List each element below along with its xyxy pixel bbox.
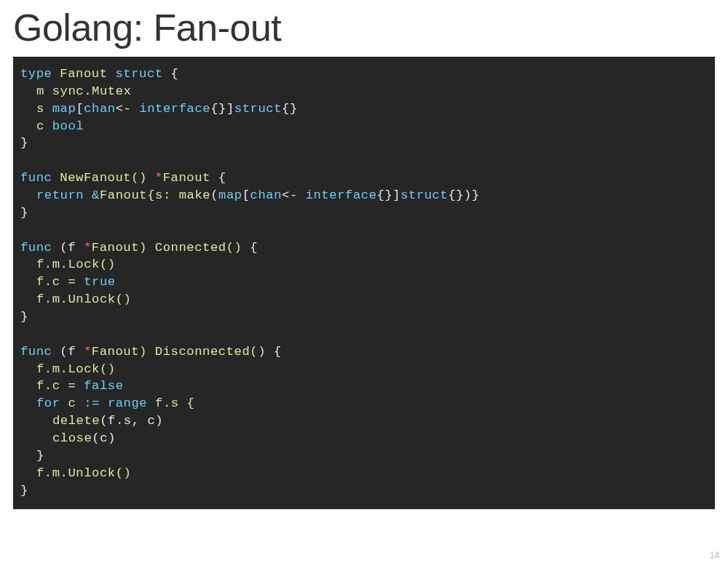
keyword-func: func	[20, 345, 52, 359]
brace-close: }	[20, 310, 28, 324]
brace-open: {	[218, 171, 226, 185]
keyword-func: func	[20, 241, 52, 255]
statement: f.c =	[36, 379, 84, 393]
statement: f.m.Lock()	[20, 361, 116, 378]
brace-close: }	[20, 136, 28, 150]
brace-open: {	[163, 67, 179, 81]
expr: f.s {	[147, 396, 194, 410]
braces: {}]	[210, 102, 234, 116]
brace-open: {	[250, 241, 258, 255]
func-name: Connected()	[155, 241, 250, 255]
keyword-func: func	[20, 171, 52, 185]
statement: f.c =	[36, 275, 84, 289]
keyword-chan: chan	[84, 102, 115, 116]
keyword-type: type	[20, 67, 52, 81]
struct-name: Fanout	[52, 67, 115, 81]
brace-close: }	[20, 206, 28, 220]
keyword-range: range	[108, 396, 147, 410]
recv-open: (f	[52, 345, 83, 359]
code-line: type Fanout struct {	[20, 65, 708, 83]
code-line: f.m.Lock()	[20, 256, 708, 273]
keyword-chan: chan	[250, 188, 282, 202]
keyword-struct: struct	[400, 188, 448, 202]
bracket: [	[242, 188, 250, 202]
star: *	[84, 345, 92, 359]
keyword-map: map	[218, 188, 242, 202]
field: s	[36, 102, 52, 116]
recv-type: Fanout)	[92, 241, 155, 255]
bool-false: false	[84, 379, 123, 393]
code-line: s map[chan<- interface{}]struct{}	[20, 100, 708, 118]
statement: f.m.Unlock()	[20, 291, 131, 308]
star: *	[84, 241, 92, 255]
code-line: for c := range f.s {	[20, 395, 708, 412]
func-name: Disconnected()	[155, 345, 274, 359]
field: c	[36, 119, 52, 133]
braces: {}	[282, 102, 298, 116]
return-type: Fanout	[163, 171, 218, 185]
func-call: close	[52, 431, 92, 445]
star: *	[155, 171, 163, 185]
brace-close: }	[20, 484, 28, 498]
brace-close: }	[20, 447, 44, 465]
keyword-struct: struct	[115, 67, 162, 81]
code-line	[20, 326, 708, 343]
page-number: 14	[710, 551, 719, 561]
braces: {})}	[448, 188, 479, 202]
code-line: return &Fanout{s: make(map[chan<- interf…	[20, 187, 708, 204]
code-line: f.m.Unlock()	[20, 291, 708, 308]
arrow: <-	[116, 102, 140, 116]
struct-literal: Fanout{s:	[100, 188, 179, 202]
statement: f.m.Lock()	[20, 256, 116, 273]
bracket: [	[76, 102, 84, 116]
code-line: }	[20, 135, 708, 152]
keyword-interface: interface	[306, 188, 377, 202]
code-line: }	[20, 447, 708, 465]
code-line: }	[20, 204, 708, 222]
keyword-map: map	[52, 102, 76, 116]
recv-type: Fanout)	[92, 345, 155, 359]
code-line: f.m.Lock()	[20, 361, 708, 378]
statement: f.m.Unlock()	[20, 465, 131, 482]
code-line: delete(f.s, c)	[20, 412, 708, 430]
keyword-interface: interface	[139, 102, 210, 116]
func-name: NewFanout()	[52, 171, 154, 185]
recv-open: (f	[52, 241, 83, 255]
arrow: <-	[282, 188, 306, 202]
slide-title: Golang: Fan-out	[0, 0, 728, 57]
keyword-return: return	[36, 188, 84, 202]
func-call: delete	[52, 414, 100, 428]
code-line: func (f *Fanout) Disconnected() {	[20, 343, 708, 361]
code-line: func (f *Fanout) Connected() {	[20, 239, 708, 257]
ampersand: &	[92, 188, 100, 202]
code-line	[20, 152, 708, 169]
code-line: }	[20, 482, 708, 500]
code-block: type Fanout struct { m sync.Mutex s map[…	[13, 57, 715, 509]
bool-true: true	[84, 275, 115, 289]
type-bool: bool	[52, 119, 84, 133]
code-line: c bool	[20, 118, 708, 135]
coloneq: :=	[84, 396, 100, 410]
code-line: }	[20, 308, 708, 326]
code-line: f.m.Unlock()	[20, 465, 708, 482]
keyword-for: for	[36, 396, 60, 410]
code-line	[20, 222, 708, 239]
code-line: f.c = false	[20, 378, 708, 395]
code-line: f.c = true	[20, 273, 708, 291]
braces: {}]	[377, 188, 401, 202]
func-call: make	[179, 188, 210, 202]
code-line: func NewFanout() *Fanout {	[20, 169, 708, 187]
paren: (	[210, 188, 218, 202]
field: m sync.Mutex	[20, 83, 131, 100]
code-line: close(c)	[20, 430, 708, 447]
code-line: m sync.Mutex	[20, 83, 708, 100]
var: c	[60, 396, 84, 410]
args: (c)	[92, 431, 116, 445]
brace-open: {	[274, 345, 282, 359]
args: (f.s, c)	[100, 414, 163, 428]
keyword-struct: struct	[234, 102, 282, 116]
